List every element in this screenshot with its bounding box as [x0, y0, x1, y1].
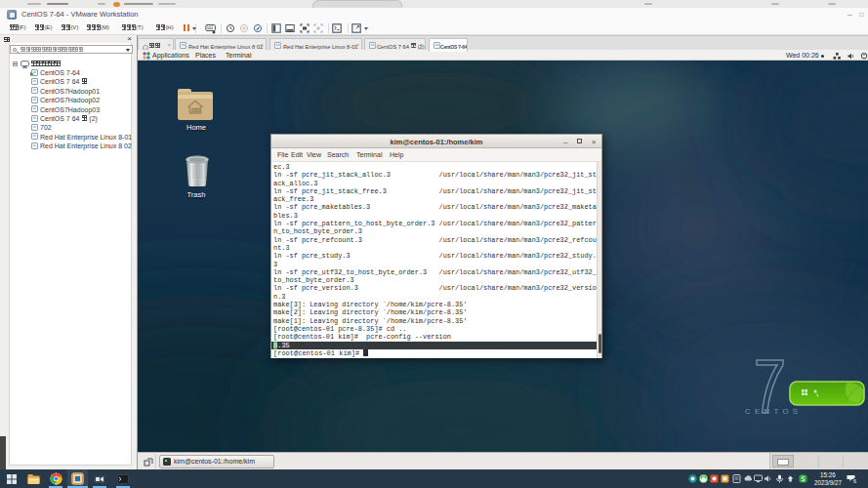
svg-text:6: 6 [853, 478, 856, 484]
